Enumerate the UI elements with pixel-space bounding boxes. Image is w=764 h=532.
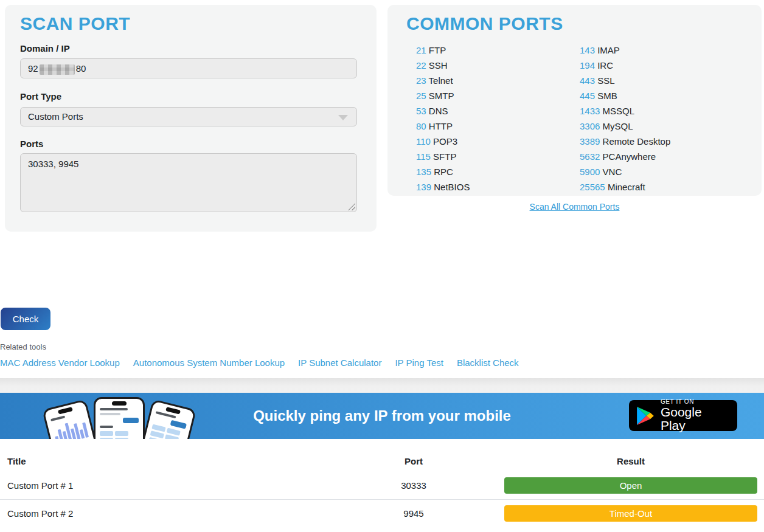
status-badge-timed-out: Timed-Out (504, 505, 757, 522)
common-port-item: 1433 MSSQL (580, 103, 670, 119)
domain-ip-input[interactable]: 9280 (20, 58, 357, 78)
common-ports-list-left: 21 FTP 22 SSH 23 Telnet 25 SMTP 53 DNS 8… (416, 43, 470, 195)
google-play-icon (636, 406, 655, 426)
common-port-item: 115 SFTP (416, 149, 470, 164)
header-port: Port (341, 456, 487, 466)
common-port-item: 3389 Remote Desktop (580, 134, 670, 149)
common-port-item: 143 IMAP (580, 43, 670, 58)
common-port-item: 5900 VNC (580, 164, 670, 179)
ports-textarea[interactable]: 30333, 9945 (20, 153, 357, 212)
common-port-item: 445 SMB (580, 88, 670, 103)
result-row-port: 9945 (341, 508, 487, 519)
scan-results-table: Title Port Result Custom Port # 1 30333 … (0, 450, 764, 527)
table-row: Custom Port # 1 30333 Open (0, 472, 764, 499)
google-play-label: Google Play (661, 406, 730, 432)
common-port-item: 194 IRC (580, 58, 670, 73)
domain-ip-label: Domain / IP (20, 43, 70, 54)
common-port-item: 135 RPC (416, 164, 470, 179)
chevron-down-icon (338, 115, 348, 120)
common-port-item: 80 HTTP (416, 119, 470, 134)
scan-all-wrap: Scan All Common Ports (387, 201, 762, 212)
mobile-app-promo-banner: Quickly ping any IP from your mobile GET… (0, 393, 764, 439)
domain-ip-value-suffix: 80 (76, 63, 86, 74)
header-title: Title (0, 456, 341, 466)
scan-all-common-ports-link[interactable]: Scan All Common Ports (530, 202, 620, 212)
common-ports-list-right: 143 IMAP 194 IRC 443 SSL 445 SMB 1433 MS… (580, 43, 670, 195)
google-play-badge-text: GET IT ON Google Play (661, 399, 730, 432)
link-blacklist-check[interactable]: Blacklist Check (457, 358, 519, 368)
domain-ip-value-prefix: 92 (28, 63, 38, 74)
result-row-title: Custom Port # 2 (0, 508, 341, 519)
results-header-row: Title Port Result (0, 450, 764, 472)
related-tools-links: MAC Address Vendor Lookup Autonomous Sys… (0, 358, 519, 368)
header-result: Result (487, 456, 764, 466)
ports-label: Ports (20, 139, 43, 149)
port-type-select[interactable]: Custom Ports (20, 107, 357, 126)
common-port-item: 53 DNS (416, 103, 470, 119)
common-port-item: 3306 MySQL (580, 119, 670, 134)
link-asn-lookup[interactable]: Autonomous System Number Lookup (133, 358, 285, 368)
scan-port-panel: SCAN PORT Domain / IP 9280 Port Type Cus… (5, 5, 377, 232)
common-ports-title: COMMON PORTS (406, 13, 563, 34)
common-port-item: 139 NetBIOS (416, 179, 470, 195)
result-row-port: 30333 (341, 480, 487, 491)
common-port-item: 21 FTP (416, 43, 470, 58)
common-port-item: 110 POP3 (416, 134, 470, 149)
common-port-item: 23 Telnet (416, 73, 470, 88)
ports-value: 30333, 9945 (28, 159, 78, 169)
section-divider-strip (0, 378, 764, 393)
redacted-ip-blur (40, 64, 75, 75)
link-ip-ping-test[interactable]: IP Ping Test (395, 358, 443, 368)
page-title: SCAN PORT (20, 13, 130, 34)
port-type-selected-value: Custom Ports (28, 111, 83, 122)
common-port-item: 443 SSL (580, 73, 670, 88)
common-ports-panel: COMMON PORTS 21 FTP 22 SSH 23 Telnet 25 … (387, 5, 762, 196)
phone-mockup-center (94, 397, 145, 439)
result-row-title: Custom Port # 1 (0, 480, 341, 491)
common-port-item: 25565 Minecraft (580, 179, 670, 195)
link-ip-subnet-calculator[interactable]: IP Subnet Calculator (298, 358, 381, 368)
scan-port-page: SCAN PORT Domain / IP 9280 Port Type Cus… (0, 0, 764, 532)
status-badge-open: Open (504, 477, 757, 494)
link-mac-address-vendor-lookup[interactable]: MAC Address Vendor Lookup (0, 358, 120, 368)
common-port-item: 25 SMTP (416, 88, 470, 103)
common-port-item: 22 SSH (416, 58, 470, 73)
common-port-item: 5632 PCAnywhere (580, 149, 670, 164)
resize-handle-icon[interactable] (348, 203, 355, 210)
google-play-badge[interactable]: GET IT ON Google Play (629, 400, 737, 431)
related-tools-label: Related tools (0, 342, 46, 351)
check-button[interactable]: Check (1, 308, 50, 330)
port-type-label: Port Type (20, 91, 61, 102)
table-row: Custom Port # 2 9945 Timed-Out (0, 499, 764, 527)
